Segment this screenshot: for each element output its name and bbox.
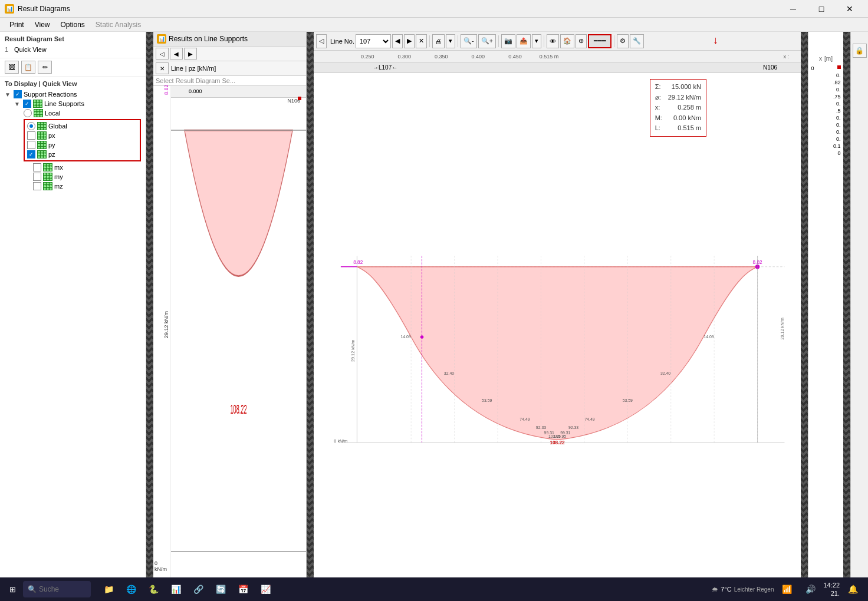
checkbox-py[interactable]: [27, 141, 35, 149]
quick-view-label: Quick View: [14, 46, 47, 53]
svg-text:32.40: 32.40: [444, 371, 454, 375]
taskbar-network-icon[interactable]: 📶: [776, 579, 797, 600]
svg-text:14.09: 14.09: [400, 335, 410, 339]
menu-print[interactable]: Print: [5, 19, 29, 30]
tree-item-pz[interactable]: ✓ pz: [27, 150, 139, 159]
toggle-line-supports[interactable]: ▼: [14, 101, 21, 107]
tree-item-mx[interactable]: mx: [5, 163, 141, 172]
icon-mx: [43, 163, 52, 171]
checkbox-line-supports[interactable]: ✓: [23, 100, 31, 108]
middle-ruler: 0.000: [171, 86, 306, 98]
taskbar-icon-app2[interactable]: 📊: [165, 579, 186, 600]
right-value-5b: 0.: [811, 122, 841, 128]
label-local: Local: [45, 110, 60, 117]
svg-text:92.33: 92.33: [536, 425, 546, 430]
taskbar-icon-edge[interactable]: 🌐: [120, 579, 142, 600]
camera-button[interactable]: 📷: [501, 34, 515, 48]
radio-global[interactable]: [27, 122, 35, 130]
window-controls: ─ □ ✕: [780, 0, 863, 18]
lock-button[interactable]: 🔒: [853, 44, 867, 58]
clear-nav-button[interactable]: ✕: [416, 34, 427, 48]
taskbar-weather-desc: Leichter Regen: [734, 586, 774, 593]
close-tab-button[interactable]: ✕: [156, 62, 169, 74]
next-line-button[interactable]: ▶: [404, 34, 415, 48]
right-value-1: 0.: [811, 72, 841, 78]
taskbar-notification-button[interactable]: 🔔: [842, 579, 863, 600]
line-no-select[interactable]: 107: [356, 34, 391, 48]
nav-left-button[interactable]: ◁: [316, 34, 327, 48]
taskbar-clock[interactable]: 14:22 21.: [823, 581, 840, 598]
view-button-1[interactable]: 👁: [547, 34, 559, 48]
icon-pz: [37, 150, 47, 158]
new-diagram-button[interactable]: 🖼: [5, 61, 19, 74]
settings-button-1[interactable]: ⚙: [617, 34, 629, 48]
taskbar-icon-app6[interactable]: 📈: [255, 579, 276, 600]
print-button[interactable]: 🖨: [432, 34, 445, 48]
tooltip-sigma-val: 15.000 kN: [672, 82, 701, 93]
export-options-button[interactable]: ▾: [532, 34, 541, 48]
quick-view-row: 1 Quick View: [5, 45, 141, 54]
minimize-button[interactable]: ─: [780, 0, 807, 18]
tree-item-support-reactions[interactable]: ▼ ✓ Support Reactions: [5, 90, 141, 99]
app-icon: 📊: [5, 4, 14, 14]
start-button[interactable]: ⊞: [5, 579, 21, 600]
tooltip-avg-row: ⌀: 29.12 kN/m: [655, 93, 701, 103]
label-mz: mz: [54, 183, 63, 190]
taskbar-icon-app1[interactable]: 🐍: [143, 579, 164, 600]
zigzag-divider-1: [146, 32, 153, 601]
copy-diagram-button[interactable]: 📋: [21, 61, 35, 74]
zoom-out-button[interactable]: 🔍-: [461, 34, 477, 48]
print-options-button[interactable]: ▾: [446, 34, 455, 48]
next-button[interactable]: ▶: [184, 48, 197, 60]
prev-button[interactable]: ◀: [170, 48, 183, 60]
taskbar-icon-app4[interactable]: 🔄: [210, 579, 231, 600]
taskbar-search-input[interactable]: [39, 585, 86, 593]
tree-item-mz[interactable]: mz: [5, 181, 141, 191]
chart-toolbar: ◁ Line No. 107 ◀ ▶ ✕ 🖨 ▾ 🔍- 🔍+ 📷 📤 ▾ �: [314, 32, 801, 51]
close-button[interactable]: ✕: [836, 0, 863, 18]
taskbar-sound-icon[interactable]: 🔊: [800, 579, 821, 600]
edit-diagram-button[interactable]: ✏: [38, 61, 52, 74]
right-value-2: 0.: [811, 87, 841, 93]
tree-item-line-supports[interactable]: ▼ ✓ Line Supports: [5, 99, 141, 108]
svg-text:29.12 kN/m: 29.12 kN/m: [350, 340, 356, 362]
checkbox-my[interactable]: [33, 173, 41, 181]
toggle-support-reactions[interactable]: ▼: [5, 91, 12, 98]
tree-item-my[interactable]: my: [5, 172, 141, 181]
tooltip-l-val: 0.515 m: [678, 123, 701, 134]
view-button-2[interactable]: 🏠: [560, 34, 574, 48]
ruler-label-400: 0.400: [472, 54, 485, 60]
smoothing-button[interactable]: ━━━: [588, 34, 611, 48]
checkbox-mx[interactable]: [33, 163, 41, 171]
tree-item-global[interactable]: Global: [27, 121, 139, 131]
settings-button-2[interactable]: 🔧: [630, 34, 644, 48]
checkbox-px[interactable]: [27, 131, 35, 140]
menu-view[interactable]: View: [30, 19, 55, 30]
export-button[interactable]: 📤: [517, 34, 531, 48]
tooltip-box: Σ: 15.000 kN ⌀: 29.12 kN/m x: 0.258 m M:…: [650, 79, 706, 137]
view-button-3[interactable]: ⊕: [576, 34, 587, 48]
tooltip-l-row: L: 0.515 m: [655, 123, 701, 134]
tooltip-m-row: M: 0.00 kNm: [655, 113, 701, 124]
radio-local[interactable]: [24, 109, 32, 117]
expand-left-button[interactable]: ◁: [156, 48, 169, 60]
red-bar-0: [837, 65, 841, 69]
x-header: x: [819, 55, 822, 62]
tree-item-local[interactable]: Local: [5, 108, 141, 118]
tree-item-px[interactable]: px: [27, 131, 139, 140]
prev-line-button[interactable]: ◀: [392, 34, 403, 48]
middle-panel-header: 📊 Results on Line Supports: [153, 32, 306, 47]
tree-item-py[interactable]: py: [27, 140, 139, 150]
taskbar-icon-explorer[interactable]: 📁: [98, 579, 119, 600]
icon-px: [37, 131, 47, 140]
checkbox-support-reactions[interactable]: ✓: [14, 90, 22, 98]
taskbar-icon-app5[interactable]: 📅: [232, 579, 254, 600]
checkbox-mz[interactable]: [33, 182, 41, 190]
zoom-in-button[interactable]: 🔍+: [478, 34, 496, 48]
taskbar-search-box[interactable]: 🔍: [23, 581, 91, 597]
maximize-button[interactable]: □: [808, 0, 835, 18]
menu-options[interactable]: Options: [55, 19, 89, 30]
main-chart-container: Σ: 15.000 kN ⌀: 29.12 kN/m x: 0.258 m M:…: [314, 73, 801, 601]
taskbar-icon-app3[interactable]: 🔗: [188, 579, 209, 600]
checkbox-pz[interactable]: ✓: [27, 150, 35, 158]
